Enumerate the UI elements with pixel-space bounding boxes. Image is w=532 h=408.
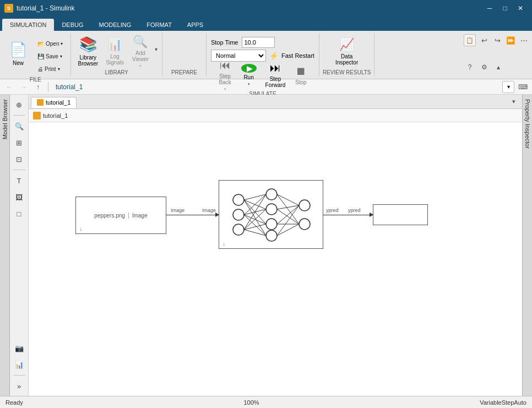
expand-quick-button[interactable]: ⋯ [518,34,530,46]
tab-format[interactable]: FORMAT [139,19,180,31]
run-quick-button[interactable]: ⏩ [504,34,517,46]
back-button[interactable]: ← [3,81,15,93]
add-viewer-button[interactable]: 🔍 Add Viewer ▾ [128,35,153,67]
run-button[interactable]: Run ▾ [238,62,260,88]
run-icon [241,64,257,73]
arrow-2-label-src: ypred [326,208,339,213]
data-inspector-button[interactable]: 📈 Data Inspector [332,35,361,67]
log-signals-icon: 📊 [107,37,122,52]
svg-line-28 [277,224,299,236]
maximize-button[interactable]: □ [498,2,512,14]
svg-line-24 [277,209,299,224]
step-forward-icon: ⏭ [270,62,281,74]
window-controls: ─ □ ✕ [482,2,528,14]
app-icon: S [4,4,13,13]
svg-point-6 [266,230,277,241]
keyboard-btn[interactable]: ⌨ [517,81,529,93]
quick-access-btn1[interactable]: 📋 [464,34,476,46]
library-group-label: LIBRARY [105,68,128,77]
camera-tool[interactable]: 📷 [12,340,27,356]
step-back-label: Step Back [219,73,231,85]
save-button[interactable]: 💾 Save ▾ [34,50,66,62]
block-neural-net[interactable]: ↓ [219,180,323,249]
nn-svg [219,181,324,249]
open-icon: 📂 [37,41,44,47]
property-inspector-tab[interactable]: Property Inspector [523,95,533,153]
zoom-area-tool[interactable]: ⊡ [12,151,27,167]
print-button[interactable]: 🖨 Print ▾ [34,63,66,75]
svg-line-27 [277,205,299,236]
tab-nav-dropdown[interactable]: ▾ [508,96,520,108]
zoom-in-tool[interactable]: 🔍 [12,118,27,134]
svg-line-25 [277,205,299,224]
ribbon-group-prepare: PREPARE [162,33,207,77]
toolbar-separator-1 [48,82,48,92]
stop-button[interactable]: ⏹ Stop [291,62,311,88]
block-image-filename: peppers.png [94,213,125,219]
tab-simulation[interactable]: SIMULATION [2,19,54,31]
library-browser-label: Library Browser [78,55,98,67]
step-forward-button[interactable]: ⏭ Step Forward [262,62,289,88]
left-toolbar: ⊕ 🔍 ⊞ ⊡ T 🖼 □ 📷 📊 » [10,95,29,396]
stop-time-input[interactable] [242,37,275,48]
image-tool[interactable]: 🖼 [12,189,27,205]
stop-label: Stop [295,79,307,85]
minimize-button[interactable]: ─ [482,2,497,14]
ribbon: 📄 New 📂 Open ▾ 💾 Save ▾ 🖨 Print [0,31,532,79]
model-browser-tab[interactable]: Model Browser [0,95,10,144]
help-button[interactable]: ? [464,61,476,73]
breadcrumb-dropdown[interactable]: ▾ [502,81,514,93]
step-back-button[interactable]: ⏮ Step Back ▾ [215,62,236,88]
left-tool-sep3 [13,375,25,376]
canvas-header-icon [33,112,41,119]
svg-point-3 [266,189,277,200]
arrow-1-label-dst: Image [202,208,216,213]
tab-nav: ▾ [508,96,520,108]
new-button[interactable]: 📄 New [4,37,32,69]
prepare-group-label: PREPARE [171,68,197,77]
open-button[interactable]: 📂 Open ▾ [34,37,66,50]
fit-view-tool[interactable]: ⊞ [12,135,27,150]
collapse-ribbon-button[interactable]: ▴ [492,61,504,73]
left-tool-sep2 [13,170,25,170]
step-forward-label: Step Forward [265,76,286,88]
up-button[interactable]: ↑ [32,81,44,93]
tab-modeling[interactable]: MODELING [91,19,139,31]
status-text: Ready [6,399,23,406]
redo-button[interactable]: ↪ [491,34,503,46]
stop-time-label: Stop Time [211,39,238,46]
canvas[interactable]: peppers.png Image ↓ Image Image [29,122,522,396]
settings-button[interactable]: ⚙ [478,61,490,73]
tab-debug[interactable]: DEBUG [54,19,91,31]
canvas-wrapper: tutorial_1 ▾ tutorial_1 peppers.png Imag… [29,95,522,396]
ribbon-group-file: 📄 New 📂 Open ▾ 💾 Save ▾ 🖨 Print [0,33,71,77]
dashboard-tool[interactable]: 📊 [12,357,27,372]
text-tool[interactable]: T [12,173,27,188]
fast-restart-icon: ⚡ [269,52,278,60]
add-viewer-arrow: ▾ [139,64,142,68]
model-tab-icon [37,99,44,106]
undo-button[interactable]: ↩ [478,34,490,46]
shape-tool[interactable]: □ [12,206,27,221]
svg-point-1 [233,209,244,220]
svg-point-8 [299,219,310,230]
add-viewer-icon: 🔍 [133,35,148,49]
print-icon: 🖨 [37,66,43,72]
block-display[interactable] [373,204,428,225]
svg-line-23 [277,205,299,209]
model-tab-tutorial1[interactable]: tutorial_1 [31,97,77,108]
main-area: Model Browser ⊕ 🔍 ⊞ ⊡ T 🖼 □ 📷 📊 » tutori… [0,95,532,396]
block-indicator-1: ↓ [79,225,83,232]
breadcrumb-item[interactable]: tutorial_1 [56,83,83,91]
svg-line-22 [277,194,299,224]
more-tools[interactable]: » [12,378,27,394]
close-button[interactable]: ✕ [513,2,528,14]
library-expand-button[interactable]: ▾ [154,46,159,52]
log-signals-button[interactable]: 📊 Log Signals [102,35,127,67]
block-image-source[interactable]: peppers.png Image ↓ [75,197,166,234]
tab-apps[interactable]: APPS [180,19,211,31]
library-browser-button[interactable]: 📚 Library Browser [74,35,101,67]
pan-tool[interactable]: ⊕ [12,97,27,112]
forward-button[interactable]: → [18,81,30,93]
ribbon-group-review: 📈 Data Inspector REVIEW RESULTS [319,33,375,77]
